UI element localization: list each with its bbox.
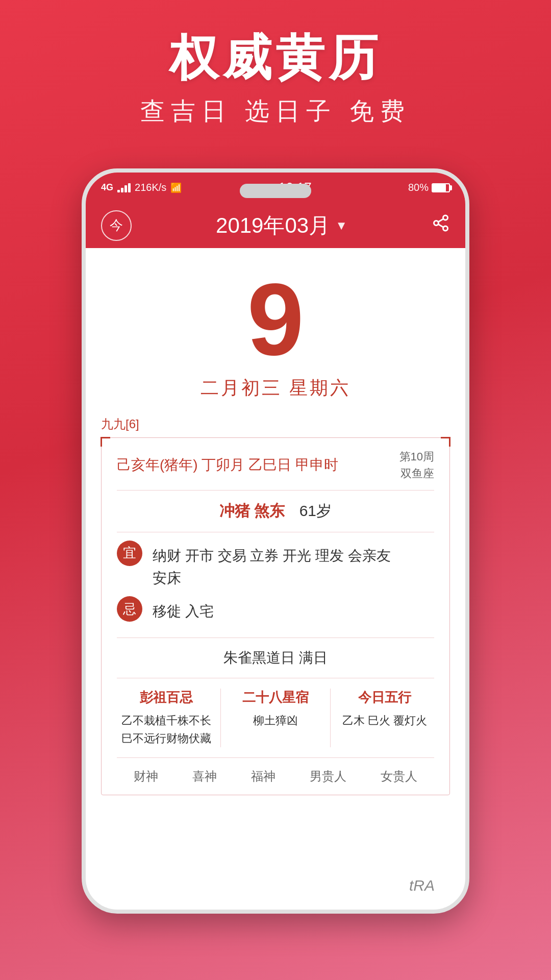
footer-nvguiren: 女贵人 <box>381 768 417 785</box>
yi-row: 宜 纳财 开市 交易 立券 开光 理发 会亲友安床 <box>117 541 434 591</box>
wifi-icon: 📶 <box>170 182 182 193</box>
xingxiu-col: 二十八星宿 柳土獐凶 <box>226 689 324 747</box>
top-banner: 权威黄历 查吉日 选日子 免费 <box>0 0 551 148</box>
zhuri-row: 朱雀黑道日 满日 <box>117 638 434 678</box>
dropdown-arrow-icon: ▼ <box>335 218 347 233</box>
bottom-grid: 彭祖百忌 乙不栽植千株不长 巳不远行财物伏藏 二十八星宿 柳土獐凶 <box>117 678 434 758</box>
sub-title: 查吉日 选日子 免费 <box>0 95 551 128</box>
footer-caishen: 财神 <box>134 768 158 785</box>
footer-xishen: 喜神 <box>192 768 217 785</box>
day-number: 9 <box>86 274 465 365</box>
panel-box: 己亥年(猪年) 丁卯月 乙巳日 甲申时 第10周 双鱼座 冲猪 煞东 61岁 <box>101 437 450 796</box>
week-zodiac: 第10周 双鱼座 <box>399 448 434 482</box>
today-button[interactable]: 今 <box>101 210 132 241</box>
ganzhi-row: 己亥年(猪年) 丁卯月 乙巳日 甲申时 第10周 双鱼座 <box>117 448 434 491</box>
app-header: 今 2019年03月 ▼ <box>86 203 465 248</box>
ji-row: 忌 移徙 入宅 <box>117 596 434 623</box>
phone-frame: 4G 216K/s 📶 16:17 80% 今 2019年03月 ▼ <box>82 168 469 914</box>
yi-content: 纳财 开市 交易 立券 开光 理发 会亲友安床 <box>153 541 391 591</box>
status-left: 4G 216K/s 📶 <box>101 182 182 193</box>
content-area: 9 二月初三 星期六 九九[6] 己亥年(猪年) 丁卯月 乙巳日 甲申时 第10… <box>86 248 465 806</box>
bottom-label: tRA <box>409 877 435 894</box>
svg-line-4 <box>438 219 443 222</box>
wuxing-title: 今日五行 <box>336 689 434 706</box>
signal-bars <box>117 183 131 192</box>
footer-nanguiren: 男贵人 <box>310 768 346 785</box>
xingxiu-title: 二十八星宿 <box>226 689 324 706</box>
date-display: 9 二月初三 星期六 <box>86 248 465 416</box>
footer-row: 财神 喜神 福神 男贵人 女贵人 <box>117 758 434 785</box>
divider-v1 <box>220 689 221 747</box>
footer-fushen: 福神 <box>251 768 276 785</box>
ji-content: 移徙 入宅 <box>153 596 214 623</box>
svg-line-3 <box>438 224 443 227</box>
main-title: 权威黄历 <box>0 31 551 85</box>
chong-age: 61岁 <box>299 502 332 519</box>
phone-wrapper: 4G 216K/s 📶 16:17 80% 今 2019年03月 ▼ <box>0 168 551 914</box>
pengzu-line1: 乙不栽植千株不长 <box>117 712 215 729</box>
yi-badge: 宜 <box>117 541 142 566</box>
phone-speaker <box>240 184 311 198</box>
speed-label: 216K/s <box>135 182 166 193</box>
divider-v2 <box>330 689 331 747</box>
pengzu-line2: 巳不远行财物伏藏 <box>117 729 215 747</box>
nine-nine-label: 九九[6] <box>101 416 450 432</box>
chong-row: 冲猪 煞东 61岁 <box>117 491 434 532</box>
share-button[interactable] <box>432 214 450 237</box>
zodiac-label: 双鱼座 <box>399 465 434 482</box>
month-text: 2019年03月 <box>216 211 330 240</box>
battery-icon <box>432 183 450 192</box>
pengzu-title: 彭祖百忌 <box>117 689 215 706</box>
lunar-date: 二月初三 星期六 <box>86 376 465 401</box>
ganzhi-text: 己亥年(猪年) 丁卯月 乙巳日 甲申时 <box>117 455 338 475</box>
status-right: 80% <box>408 182 450 193</box>
pengzu-col: 彭祖百忌 乙不栽植千株不长 巳不远行财物伏藏 <box>117 689 215 747</box>
xingxiu-content: 柳土獐凶 <box>226 712 324 729</box>
ji-badge: 忌 <box>117 596 142 622</box>
network-label: 4G <box>101 182 113 193</box>
pengzu-content: 乙不栽植千株不长 巳不远行财物伏藏 <box>117 712 215 747</box>
yi-ji-section: 宜 纳财 开市 交易 立券 开光 理发 会亲友安床 忌 移徙 入宅 <box>117 532 434 638</box>
wuxing-col: 今日五行 乙木 巳火 覆灯火 <box>336 689 434 747</box>
battery-percent: 80% <box>408 182 429 193</box>
month-title[interactable]: 2019年03月 ▼ <box>216 211 347 240</box>
info-panel: 九九[6] 己亥年(猪年) 丁卯月 乙巳日 甲申时 第10周 双鱼座 冲猪 煞东 <box>101 416 450 806</box>
chong-label: 冲猪 <box>219 502 250 519</box>
wuxing-content: 乙木 巳火 覆灯火 <box>336 712 434 729</box>
week-label: 第10周 <box>399 448 434 465</box>
sha-label: 煞东 <box>254 502 285 519</box>
